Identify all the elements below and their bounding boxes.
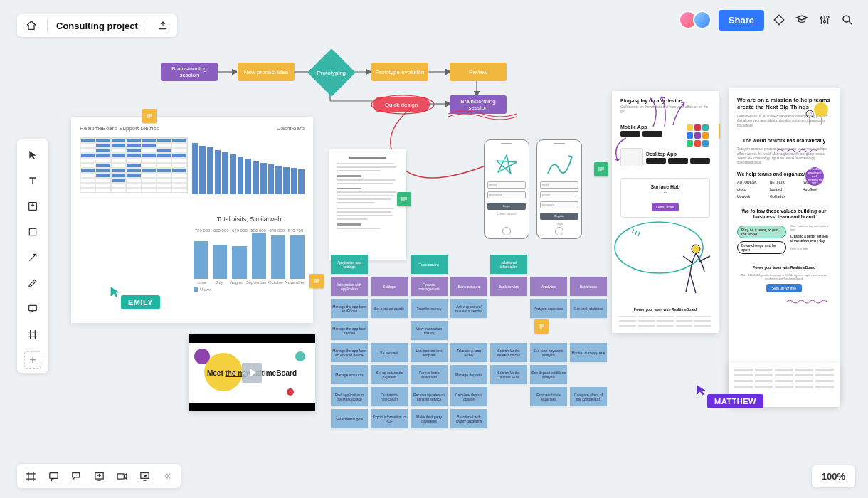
search-icon[interactable] [840, 12, 855, 28]
sticky-note[interactable]: Transactions [411, 255, 448, 274]
sticky-note[interactable]: Manage the app from a tablet [331, 321, 368, 340]
sticky-note[interactable]: Take out a loan easily [450, 343, 487, 362]
sticky-note[interactable]: Manage deposits [450, 365, 487, 384]
text-tool[interactable] [21, 169, 44, 192]
sticky-note[interactable]: Be secured [371, 343, 408, 362]
video-icon[interactable] [114, 468, 129, 484]
export-icon[interactable] [156, 18, 170, 33]
sticky-tool[interactable] [21, 195, 44, 218]
frames-icon[interactable] [23, 468, 38, 484]
sticky-note[interactable]: See loan payments analysis [530, 343, 567, 362]
svg-rect-22 [49, 472, 57, 478]
sticky-note[interactable]: Finance management [411, 277, 448, 296]
select-tool[interactable] [21, 144, 44, 166]
flow-node[interactable]: Brainstorming session [450, 95, 507, 114]
collaborator-avatars[interactable] [683, 11, 711, 29]
learn-icon[interactable] [794, 12, 810, 28]
sticky-note[interactable]: Set financial goal [331, 409, 368, 428]
sticky-note[interactable]: Ask a question / request a service [450, 299, 487, 318]
wireframe-phone-login[interactable]: email password Login Create account [484, 139, 529, 239]
collapse-icon[interactable] [159, 468, 175, 484]
sticky-note[interactable]: Receive updates on banking service [411, 387, 448, 406]
flow-node[interactable]: Review [450, 63, 507, 81]
svg-point-11 [814, 102, 828, 117]
comment-sticky[interactable] [309, 274, 324, 288]
sticky-note[interactable]: Bank service [490, 277, 527, 296]
home-icon[interactable] [24, 18, 38, 33]
user-cursor-emily: EMILY [121, 295, 160, 309]
sticky-note[interactable]: Interaction with application [331, 277, 368, 296]
sticky-note[interactable]: Make third party payments [411, 409, 448, 428]
share-screen-icon[interactable] [91, 468, 107, 484]
comment-sticky[interactable] [397, 192, 411, 206]
present-icon[interactable] [137, 468, 152, 484]
sticky-note[interactable]: Set up automatic payment [371, 365, 408, 384]
user-cursor-matthew: MATTHEW [707, 394, 763, 408]
frame-tool[interactable] [21, 323, 44, 346]
flow-node[interactable]: Prototype evolution [371, 63, 428, 81]
flow-node[interactable]: Quick design [373, 97, 430, 112]
visits-chart: Total visits, Similarweb 730 000660 0006… [194, 216, 305, 292]
comment-sticky[interactable] [142, 109, 157, 123]
share-button[interactable]: Share [719, 10, 764, 31]
sticky-note[interactable]: Calculate deposit options [450, 387, 487, 406]
sticky-note[interactable]: Estimate future expenses [530, 387, 567, 406]
sticky-note[interactable]: Monitor currency rate [570, 343, 607, 362]
svg-point-13 [808, 112, 808, 113]
sticky-note[interactable]: Bank account [450, 277, 487, 296]
canvas[interactable]: Brainstorming session New product idea P… [0, 0, 868, 498]
flow-node[interactable]: New product idea [238, 63, 295, 81]
mini-bar-chart [192, 137, 305, 194]
sticky-note[interactable]: Search for the nearest offices [490, 343, 527, 362]
sticky-note[interactable]: Search for the nearest ATM [490, 365, 527, 384]
sticky-note[interactable]: Bank ideas [570, 277, 607, 296]
sticky-note[interactable]: Additional information [490, 255, 527, 274]
sticky-note[interactable]: Application and settings [331, 255, 368, 274]
sticky-note[interactable]: Manage the app from an iPhone [331, 299, 368, 318]
video-embed[interactable]: Meet the newcaltimeBoard [189, 334, 315, 411]
document-embed[interactable] [329, 149, 406, 260]
mockup-about-page[interactable]: We are on a mission to help teams create… [729, 88, 840, 401]
add-tool[interactable]: + [24, 351, 41, 369]
sticky-note[interactable]: Settings [371, 277, 408, 296]
comments-icon[interactable] [46, 468, 61, 484]
avatar[interactable] [693, 11, 711, 29]
sticky-note[interactable]: Get bank statistics [570, 299, 607, 318]
sticky-note[interactable]: See deposit additions analysis [530, 365, 567, 384]
sticky-note[interactable]: Analyze expenses [530, 299, 567, 318]
sticky-note[interactable]: Analytics [530, 277, 567, 296]
board-title[interactable]: Consulting project [56, 21, 138, 31]
sticky-note[interactable]: Compare offers of the competitors [570, 387, 607, 406]
sticky-note[interactable]: Set account details [371, 299, 408, 318]
play-icon[interactable] [242, 363, 262, 383]
comment-sticky[interactable] [594, 162, 608, 176]
settings-icon[interactable] [817, 12, 832, 28]
pen-tool[interactable] [21, 272, 44, 295]
sticky-note[interactable]: Customize notification [371, 387, 408, 406]
comment-tool[interactable] [21, 297, 44, 320]
sticky-note[interactable]: Export information to PDF [371, 409, 408, 428]
shape-tool[interactable] [21, 221, 44, 243]
sticky-note[interactable]: Be offered with loyalty programs [450, 409, 487, 428]
sticky-note[interactable]: View transaction history [411, 321, 448, 340]
spreadsheet [80, 137, 188, 194]
wireframe-phone-register[interactable]: email phone password Register Login [536, 139, 582, 239]
dashboard-tab: Dashboard [277, 125, 305, 132]
dashboard-embed[interactable]: RealtimeBoard Support MetricsDashboard T… [71, 117, 313, 323]
top-toolbar: Share [670, 0, 868, 40]
sticky-note-grid[interactable]: Application and settingsTransactionsAddi… [331, 255, 607, 431]
sticky-note[interactable]: Manage the app from an Android device [331, 343, 368, 362]
mockup-landing-devices[interactable]: Plug-n-play on any device Collaborate on… [612, 91, 719, 333]
arrow-tool[interactable] [21, 246, 44, 269]
flow-node[interactable]: Brainstorming session [161, 63, 218, 81]
sticky-note[interactable]: Use transactions template [411, 343, 448, 362]
sticky-note[interactable]: Transfer money [411, 299, 448, 318]
sticky-note[interactable]: Find application in the Marketplace [331, 387, 368, 406]
svg-point-17 [827, 16, 829, 18]
zoom-level[interactable]: 100% [812, 465, 855, 487]
sticky-note[interactable]: Manage accounts [331, 365, 368, 384]
sticky-note[interactable]: Form a bank statement [411, 365, 448, 384]
chat-icon[interactable] [68, 468, 84, 484]
svg-rect-24 [117, 473, 124, 478]
tag-icon[interactable] [771, 12, 787, 28]
